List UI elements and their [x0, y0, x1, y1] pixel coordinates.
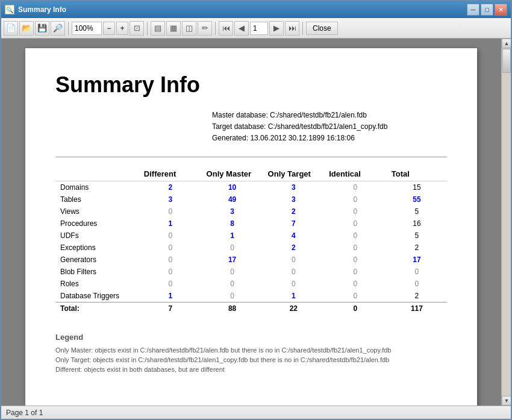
col-header-identical: Identical: [324, 167, 387, 181]
legend-item: Only Target: objects exist in C:/shared/…: [55, 356, 447, 363]
document-area: Summary Info Master database: C:/shared/…: [1, 39, 501, 406]
view-btn1[interactable]: ▤: [151, 21, 165, 36]
window-close-button[interactable]: ✕: [495, 4, 507, 16]
last-page-button[interactable]: ⏭: [285, 21, 299, 36]
col-header-different: Different: [139, 167, 202, 181]
table-row: Tables3493055: [55, 193, 447, 205]
table-row: Blob Filters00000: [55, 266, 447, 278]
table-row: Generators0170017: [55, 254, 447, 266]
first-page-button[interactable]: ⏮: [219, 21, 233, 36]
generated-label: Generated: 13.06.2012 30.12.1899 16:18:0…: [212, 133, 447, 144]
page-title: Summary Info: [55, 72, 447, 98]
prev-page-button[interactable]: ◀: [234, 21, 249, 36]
col-header-only-master: Only Master: [202, 167, 263, 181]
page-number-input[interactable]: 1: [250, 22, 268, 35]
table-row: Roles00000: [55, 278, 447, 290]
zoom-out-button[interactable]: −: [103, 22, 115, 35]
scroll-down-button[interactable]: ▼: [502, 396, 511, 406]
master-db-label: Master database: C:/shared/testdb/fb21/a…: [212, 110, 447, 121]
legend-title: Legend: [55, 333, 447, 342]
scroll-track[interactable]: [502, 48, 511, 396]
section-divider: [55, 157, 447, 157]
window-title: Summary Info: [18, 5, 467, 14]
table-total-row: Total:788220117: [55, 302, 447, 315]
toolbar: 📄 📂 💾 🔎 100% − + ⊡ ▤ ▦ ◫ ✏ ⏮ ◀ 1 ▶ ⏭ Clo…: [1, 18, 511, 39]
col-header-element: [55, 167, 139, 181]
status-bar: Page 1 of 1: [1, 406, 511, 419]
title-bar: 🔍 Summary Info ─ □ ✕: [1, 1, 511, 18]
vertical-scrollbar[interactable]: ▲ ▼: [501, 39, 511, 406]
close-document-button[interactable]: Close: [306, 22, 338, 35]
save-button[interactable]: 💾: [35, 21, 49, 36]
table-row: UDFs01405: [55, 230, 447, 242]
summary-table: Different Only Master Only Target Identi…: [55, 167, 447, 315]
minimize-button[interactable]: ─: [467, 4, 479, 16]
table-row: Exceptions00202: [55, 242, 447, 254]
edit-button[interactable]: ✏: [198, 21, 212, 36]
open-button[interactable]: 📂: [19, 21, 34, 36]
scroll-thumb[interactable]: [502, 49, 511, 73]
next-page-button[interactable]: ▶: [269, 21, 284, 36]
legend-item: Only Master: objects exist in C:/shared/…: [55, 346, 447, 354]
col-header-total: Total: [387, 167, 447, 181]
db-info: Master database: C:/shared/testdb/fb21/a…: [212, 110, 447, 145]
fit-page-button[interactable]: ⊡: [130, 21, 144, 36]
table-row: Procedures187016: [55, 218, 447, 230]
view-btn2[interactable]: ▦: [166, 21, 181, 36]
main-window: 🔍 Summary Info ─ □ ✕ 📄 📂 💾 🔎 100% − + ⊡ …: [0, 0, 512, 420]
legend-item: Different: objects exist in both databas…: [55, 366, 447, 373]
document-page: Summary Info Master database: C:/shared/…: [25, 48, 477, 406]
legend-box: Legend Only Master: objects exist in C:/…: [55, 333, 447, 373]
separator-1: [68, 22, 69, 35]
search-button[interactable]: 🔎: [51, 21, 65, 36]
table-row: Database Triggers10102: [55, 290, 447, 302]
scroll-up-button[interactable]: ▲: [502, 39, 511, 48]
view-btn3[interactable]: ◫: [182, 21, 196, 36]
separator-2: [147, 22, 148, 35]
window-controls: ─ □ ✕: [467, 4, 507, 16]
maximize-button[interactable]: □: [481, 4, 493, 16]
table-row: Views03205: [55, 205, 447, 218]
window-icon: 🔍: [5, 5, 14, 14]
col-header-only-target: Only Target: [263, 167, 325, 181]
separator-3: [215, 22, 216, 35]
content-area: Summary Info Master database: C:/shared/…: [1, 39, 511, 406]
page-info: Page 1 of 1: [6, 409, 43, 417]
target-db-label: Target database: C:/shared/testdb/fb21/a…: [212, 121, 447, 133]
table-header-row: Different Only Master Only Target Identi…: [55, 167, 447, 181]
new-button[interactable]: 📄: [4, 21, 18, 36]
legend-items: Only Master: objects exist in C:/shared/…: [55, 346, 447, 373]
zoom-in-button[interactable]: +: [116, 22, 128, 35]
separator-4: [302, 22, 303, 35]
zoom-display: 100%: [72, 22, 102, 35]
table-row: Domains2103015: [55, 181, 447, 193]
